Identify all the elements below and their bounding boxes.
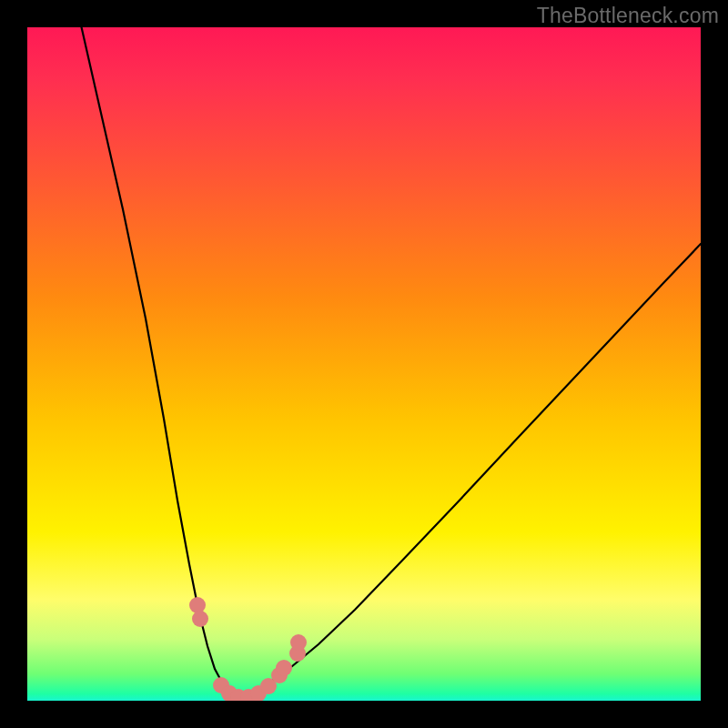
curve-markers (27, 27, 701, 701)
curve-marker (276, 660, 292, 676)
watermark-text: TheBottleneck.com (537, 4, 719, 28)
curve-marker (290, 634, 307, 651)
outer-frame: TheBottleneck.com (0, 0, 728, 728)
plot-area (27, 27, 701, 701)
curve-marker (192, 611, 208, 627)
